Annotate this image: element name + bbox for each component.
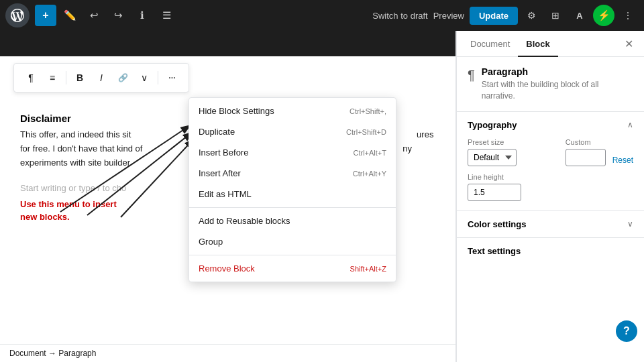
add-reusable-label: Add to Reusable blocks xyxy=(199,216,290,226)
edit-as-html-label: Edit as HTML xyxy=(199,189,252,199)
add-reusable-menu-item[interactable]: Add to Reusable blocks xyxy=(189,210,396,231)
line-height-field: Line height xyxy=(468,173,633,201)
preset-size-select[interactable]: Default Small Medium Large xyxy=(468,149,517,166)
insert-after-label: Insert After xyxy=(199,168,241,178)
redo-button[interactable]: ↪ xyxy=(107,5,129,26)
more-options-button[interactable]: ⋮ xyxy=(617,5,639,26)
editor-area: ¶ ≡ B I 🔗 ∨ ··· Hide Block Settings Ctrl… xyxy=(0,31,456,362)
color-settings-toggle-icon: ∨ xyxy=(627,219,633,229)
breadcrumb-text: Document → Paragraph xyxy=(9,349,96,358)
wordpress-logo[interactable] xyxy=(5,3,30,27)
hide-block-settings-menu-item[interactable]: Hide Block Settings Ctrl+Shift+, xyxy=(189,101,396,121)
bold-button[interactable]: B xyxy=(70,68,90,88)
switch-to-draft-button[interactable]: Switch to draft xyxy=(372,11,427,21)
toolbar-divider-1 xyxy=(66,71,66,84)
editor-black-bar xyxy=(0,31,455,56)
group-menu-item[interactable]: Group xyxy=(189,231,396,252)
line-height-input[interactable] xyxy=(468,184,521,201)
toolbar-divider-2 xyxy=(158,71,158,84)
group-label: Group xyxy=(199,237,223,247)
lightning-button[interactable]: ⚡ xyxy=(593,5,614,26)
remove-block-shortcut: Shift+Alt+Z xyxy=(350,265,386,273)
typography-toggle-icon: ∧ xyxy=(627,120,633,129)
custom-input[interactable] xyxy=(566,149,606,166)
insert-after-shortcut: Ctrl+Alt+Y xyxy=(353,170,386,178)
preset-size-label: Preset size xyxy=(468,138,559,146)
context-menu: Hide Block Settings Ctrl+Shift+, Duplica… xyxy=(189,97,396,282)
block-title: Paragraph xyxy=(482,66,633,77)
insert-before-menu-item[interactable]: Insert Before Ctrl+Alt+T xyxy=(189,142,396,163)
topbar-right: ⚙ ⊞ A ⚡ ⋮ xyxy=(521,5,639,26)
paragraph-icon-button[interactable]: ¶ xyxy=(21,68,41,88)
typography-section-header[interactable]: Typography ∧ xyxy=(457,112,644,138)
align-button[interactable]: ≡ xyxy=(42,68,62,88)
typography-section: Typography ∧ Preset size Default Small M… xyxy=(457,111,644,210)
preset-size-field: Preset size Default Small Medium Large xyxy=(468,138,559,166)
sidebar-block-info: ¶ Paragraph Start with the building bloc… xyxy=(457,57,644,111)
reset-button[interactable]: Reset xyxy=(612,156,633,165)
color-settings-title: Color settings xyxy=(468,219,526,229)
sidebar-close-button[interactable]: ✕ xyxy=(619,32,639,56)
preset-size-row: Preset size Default Small Medium Large C… xyxy=(468,138,633,166)
color-settings-section: Color settings ∨ xyxy=(457,210,644,237)
line-height-label: Line height xyxy=(468,173,633,181)
menu-divider-2 xyxy=(189,255,396,255)
duplicate-label: Duplicate xyxy=(199,127,235,137)
settings-button[interactable]: ⚙ xyxy=(521,5,542,26)
block-paragraph-icon: ¶ xyxy=(468,68,475,83)
typography-section-title: Typography xyxy=(468,120,517,130)
insert-after-menu-item[interactable]: Insert After Ctrl+Alt+Y xyxy=(189,163,396,184)
tab-document[interactable]: Document xyxy=(462,31,518,57)
duplicate-menu-item[interactable]: Duplicate Ctrl+Shift+D xyxy=(189,121,396,142)
update-button[interactable]: Update xyxy=(470,7,518,25)
add-block-button[interactable]: + xyxy=(35,5,56,26)
block-description: Paragraph Start with the building block … xyxy=(482,66,633,102)
main-layout: ¶ ≡ B I 🔗 ∨ ··· Hide Block Settings Ctrl… xyxy=(0,31,644,362)
undo-button[interactable]: ↩ xyxy=(83,5,105,26)
text-settings-section: Text settings xyxy=(457,237,644,264)
menu-divider-1 xyxy=(189,207,396,208)
edit-icon-button[interactable]: ✏️ xyxy=(59,5,80,26)
topbar-center: Switch to draft Preview Update xyxy=(372,7,518,25)
text-settings-title: Text settings xyxy=(468,246,521,256)
color-settings-header[interactable]: Color settings ∨ xyxy=(457,211,644,237)
custom-field: Custom xyxy=(566,138,606,166)
tab-block[interactable]: Block xyxy=(518,31,557,57)
hide-block-settings-shortcut: Ctrl+Shift+, xyxy=(350,107,386,115)
duplicate-shortcut: Ctrl+Shift+D xyxy=(346,128,386,136)
remove-block-menu-item[interactable]: Remove Block Shift+Alt+Z xyxy=(189,258,396,279)
list-view-button[interactable]: ☰ xyxy=(156,5,177,26)
chevron-button[interactable]: ∨ xyxy=(134,68,154,88)
edit-as-html-menu-item[interactable]: Edit as HTML xyxy=(189,184,396,204)
info-button[interactable]: ℹ xyxy=(131,5,153,26)
sidebar-tabs: Document Block ✕ xyxy=(457,31,644,57)
sidebar: Document Block ✕ ¶ Paragraph Start with … xyxy=(456,31,644,362)
text-settings-header[interactable]: Text settings xyxy=(457,238,644,264)
more-options-toolbar-button[interactable]: ··· xyxy=(162,68,182,88)
breadcrumb: Document → Paragraph xyxy=(0,344,455,362)
topbar: + ✏️ ↩ ↪ ℹ ☰ Switch to draft Preview Upd… xyxy=(0,0,644,31)
hide-block-settings-label: Hide Block Settings xyxy=(199,106,274,116)
block-desc: Start with the building block of all nar… xyxy=(482,79,633,102)
remove-block-label: Remove Block xyxy=(199,263,255,274)
link-button[interactable]: 🔗 xyxy=(113,68,133,88)
help-button[interactable]: ? xyxy=(616,320,637,342)
insert-before-label: Insert Before xyxy=(199,147,248,158)
custom-label: Custom xyxy=(566,138,606,146)
italic-button[interactable]: I xyxy=(91,68,111,88)
typography-content: Preset size Default Small Medium Large C… xyxy=(457,138,644,210)
block-toolbar: ¶ ≡ B I 🔗 ∨ ··· Hide Block Settings Ctrl… xyxy=(13,63,189,93)
block-editor-button[interactable]: ⊞ xyxy=(545,5,566,26)
font-button[interactable]: A xyxy=(569,5,590,26)
insert-before-shortcut: Ctrl+Alt+T xyxy=(353,149,386,157)
preview-button[interactable]: Preview xyxy=(433,11,464,21)
